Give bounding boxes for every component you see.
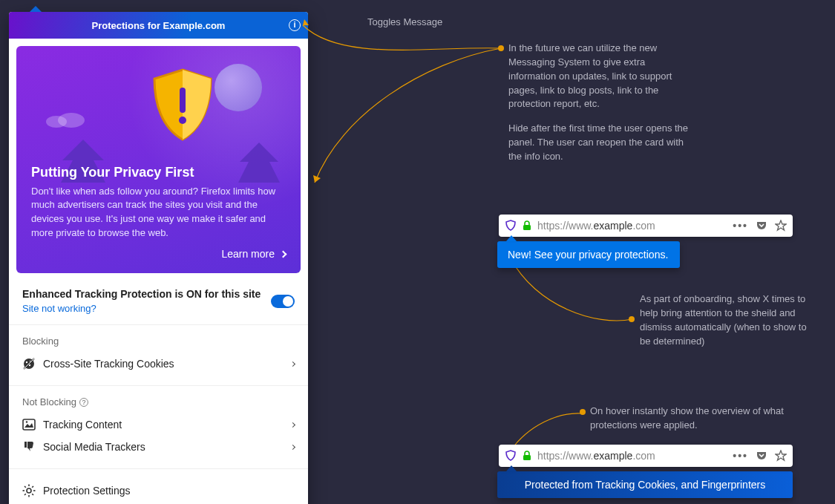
chevron-right-icon <box>280 250 287 258</box>
info-icon[interactable]: i <box>289 19 301 31</box>
svg-point-3 <box>179 117 186 124</box>
etp-status-label: Enhanced Tracking Protection is ON for t… <box>22 288 261 300</box>
annotation-dot <box>629 316 635 322</box>
svg-point-14 <box>26 421 27 422</box>
learn-more-label: Learn more <box>221 248 275 260</box>
star-icon[interactable] <box>775 220 787 232</box>
svg-line-21 <box>32 494 33 495</box>
svg-rect-30 <box>523 455 531 460</box>
not-blocking-heading: Not Blocking <box>22 396 76 408</box>
list-item-label: Cross-Site Tracking Cookies <box>43 358 174 370</box>
connector-arrow <box>297 18 512 189</box>
urlbar-preview-hover: https://www.example.com ••• Protected fr… <box>499 445 793 498</box>
url-text: https://www.example.com <box>537 450 727 462</box>
annotation-dot <box>580 409 586 415</box>
cookie-blocked-icon <box>22 357 36 370</box>
not-blocking-item-tracking-content[interactable]: Tracking Content <box>22 413 295 436</box>
url-prefix: https://www. <box>537 450 593 462</box>
shield-icon[interactable] <box>505 220 517 232</box>
svg-marker-25 <box>313 175 321 183</box>
cloud-icon <box>43 110 88 128</box>
annotation-toggle-title: Toggles Message <box>367 16 516 30</box>
callout-pointer <box>506 465 517 471</box>
svg-point-7 <box>26 361 27 363</box>
callout-protected: Protected from Tracking Cookies, and Fin… <box>497 471 793 498</box>
svg-point-15 <box>27 488 31 493</box>
svg-point-1 <box>58 113 85 128</box>
shield-warning-icon <box>150 68 215 143</box>
pocket-icon[interactable] <box>756 450 767 462</box>
chevron-right-icon <box>290 422 295 427</box>
url-suffix: .com <box>632 220 655 232</box>
svg-rect-2 <box>180 88 186 113</box>
etp-toggle[interactable] <box>271 295 295 308</box>
page-actions-icon[interactable]: ••• <box>733 450 748 462</box>
annotation-dot <box>498 45 504 51</box>
url-bar[interactable]: https://www.example.com ••• <box>499 445 793 467</box>
svg-rect-28 <box>523 225 531 230</box>
chevron-right-icon <box>290 444 295 449</box>
site-not-working-link[interactable]: Site not working? <box>22 303 261 314</box>
annotation-messaging: In the future we can utilize the new Mes… <box>508 42 690 164</box>
annotation-text: Hide after the first time the user opens… <box>508 122 690 164</box>
settings-label: Protection Settings <box>43 485 131 497</box>
annotation-onboarding: As part of onboarding, show X times to h… <box>640 292 815 348</box>
page-actions-icon[interactable]: ••• <box>733 220 748 232</box>
settings-section: Protection Settings <box>9 468 308 504</box>
url-suffix: .com <box>632 450 655 462</box>
url-text: https://www.example.com <box>537 220 727 232</box>
url-domain: example <box>593 450 632 462</box>
etp-section: Enhanced Tracking Protection is ON for t… <box>9 281 308 324</box>
url-bar[interactable]: https://www.example.com ••• <box>499 215 793 237</box>
not-blocking-section: Not Blocking ? Tracking Content Social M… <box>9 385 308 468</box>
hero-heading: Putting Your Privacy First <box>31 165 286 180</box>
callout-pointer <box>506 235 517 241</box>
star-icon[interactable] <box>775 450 787 462</box>
url-domain: example <box>593 220 632 232</box>
svg-line-22 <box>24 494 26 495</box>
hero-card: Putting Your Privacy First Don't like wh… <box>16 46 301 273</box>
url-prefix: https://www. <box>537 220 593 232</box>
pocket-icon[interactable] <box>756 220 767 232</box>
annotation-hover: On hover instantly show the overview of … <box>590 405 805 433</box>
moon-icon <box>215 64 262 111</box>
not-blocking-item-social[interactable]: Social Media Trackers <box>22 436 295 458</box>
thumbs-down-icon <box>22 440 36 454</box>
svg-marker-29 <box>776 220 786 230</box>
protection-settings-link[interactable]: Protection Settings <box>22 480 295 502</box>
panel-title: Protections for Example.com <box>92 20 226 31</box>
annotation-text: In the future we can utilize the new Mes… <box>508 42 690 111</box>
svg-marker-13 <box>24 423 33 428</box>
list-item-label: Tracking Content <box>43 419 122 431</box>
gear-icon <box>22 484 36 497</box>
blocking-item-cookies[interactable]: Cross-Site Tracking Cookies <box>22 353 295 375</box>
image-icon <box>22 418 36 431</box>
urlbar-preview-new: https://www.example.com ••• New! See you… <box>499 215 793 268</box>
svg-line-23 <box>32 486 33 488</box>
hero-body: Don't like when ads follow you around? F… <box>31 185 286 240</box>
blocking-heading: Blocking <box>22 336 295 347</box>
learn-more-link[interactable]: Learn more <box>31 248 286 260</box>
help-icon[interactable]: ? <box>79 398 88 407</box>
chevron-right-icon <box>290 361 295 366</box>
list-item-label: Social Media Trackers <box>43 441 145 453</box>
callout-new[interactable]: New! See your privacy protections. <box>497 241 680 268</box>
shield-icon[interactable] <box>505 450 517 462</box>
protections-panel: Protections for Example.com i Putting Yo… <box>9 12 308 504</box>
blocking-section: Blocking Cross-Site Tracking Cookies <box>9 324 308 385</box>
lock-icon <box>523 220 531 231</box>
svg-marker-31 <box>776 451 786 460</box>
lock-icon <box>523 451 531 461</box>
panel-header: Protections for Example.com i <box>9 12 308 39</box>
svg-rect-12 <box>23 419 35 430</box>
svg-line-20 <box>24 486 26 488</box>
